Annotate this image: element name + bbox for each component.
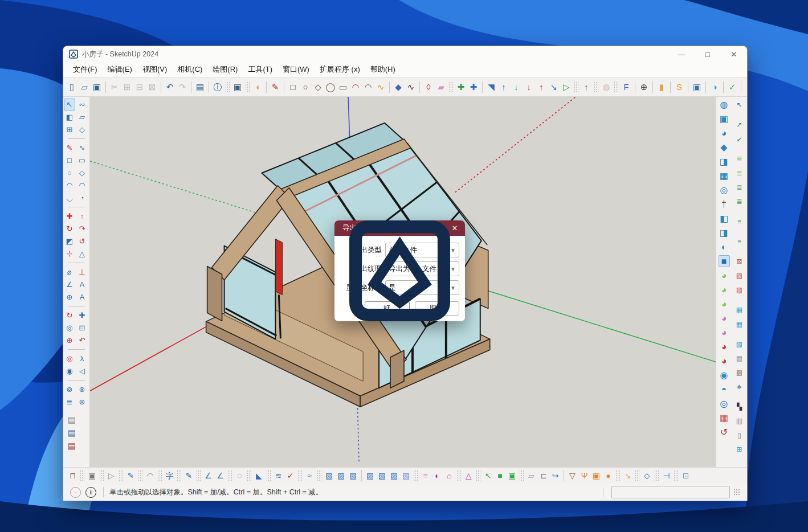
scale-icon[interactable]: ◩ (64, 235, 75, 247)
wall-tool-2-icon[interactable]: ▤ (66, 427, 77, 439)
push-pull-icon[interactable]: ◥ (485, 81, 497, 93)
sphere-green-3-icon[interactable]: ◕ (719, 298, 730, 310)
edge-box-icon[interactable]: ⊡ (680, 470, 692, 482)
scale-diagonal-icon[interactable]: ↘ (548, 81, 560, 93)
slash-4-icon[interactable]: ▧ (400, 470, 412, 482)
maximize-button[interactable]: □ (695, 46, 721, 62)
wall-tool-1-icon[interactable]: ▤ (66, 414, 77, 425)
s-extension-icon[interactable]: S (673, 81, 685, 93)
cut-icon[interactable]: ✂ (108, 81, 121, 93)
clamp-icon[interactable]: ⊣ (660, 470, 672, 482)
lasso-icon[interactable]: ∾ (76, 99, 88, 111)
arc-icon[interactable]: ◠ (64, 179, 75, 191)
dimension-icon[interactable]: ⊥ (76, 266, 88, 278)
copy-move-icon[interactable]: ✚ (467, 81, 480, 93)
grid-cube-icon[interactable]: ▦ (719, 170, 730, 182)
fredo-tool-icon[interactable]: F (620, 81, 632, 93)
x-grid-icon[interactable]: ▧ (734, 269, 745, 281)
position-camera-icon[interactable]: ◎ (64, 353, 75, 365)
freehand-icon[interactable]: ∿ (374, 81, 387, 93)
follow-me-icon[interactable]: ↷ (76, 223, 88, 235)
rail-2-icon[interactable]: ≡ (734, 235, 745, 247)
offset-icon[interactable]: ▷ (560, 81, 573, 93)
orange-box-icon[interactable]: ▣ (590, 470, 602, 482)
green-frame-icon[interactable]: ▣ (506, 470, 518, 482)
minimize-button[interactable]: — (668, 46, 695, 62)
select-face-icon[interactable]: ◖ (251, 81, 264, 93)
polygon-icon[interactable]: ◇ (312, 81, 324, 93)
checker-icon[interactable]: ▚ (734, 400, 745, 412)
previous-view-icon[interactable]: ↶ (76, 334, 88, 346)
cube-export-icon[interactable]: ◨ (719, 155, 730, 167)
follow-me-icon[interactable]: ↑ (580, 81, 593, 93)
clipboard-vu-icon[interactable]: ▯ (734, 429, 745, 441)
check-point-icon[interactable]: ✓ (284, 470, 296, 482)
push-pull-icon[interactable]: ↑ (76, 210, 88, 222)
polygon-icon[interactable]: ◇ (76, 167, 88, 179)
eraser-edge-icon[interactable]: ◊ (422, 81, 435, 93)
grid-blue-1-icon[interactable]: ▦ (734, 304, 745, 316)
offset-icon[interactable]: ↺ (76, 235, 88, 247)
quad-panel-icon[interactable]: ◧ (719, 212, 730, 224)
green-check-tool-icon[interactable]: ✓ (726, 81, 738, 93)
blue-cube-icon[interactable]: ■ (719, 255, 730, 267)
look-around-icon[interactable]: ◉ (64, 365, 75, 377)
zoom-icon[interactable]: ◎ (64, 322, 75, 334)
rectangle-icon[interactable]: □ (64, 154, 75, 166)
mirror-disc-icon[interactable]: ◐ (431, 470, 443, 482)
rotate-icon[interactable]: ↻ (64, 223, 75, 235)
flip-icon[interactable]: △ (76, 248, 88, 260)
x-frame-icon[interactable]: ⊠ (734, 255, 745, 267)
cursor-circle-icon[interactable]: ◉ (719, 369, 730, 381)
redo-icon[interactable]: ↷ (176, 81, 189, 93)
text-icon[interactable]: A (76, 279, 88, 290)
surface-arc-icon[interactable]: ◠ (144, 470, 156, 482)
yellow-arrow-icon[interactable]: ↘ (622, 470, 634, 482)
layers-pink-icon[interactable]: ≡ (419, 470, 431, 482)
soften-edges-icon[interactable]: ◍ (600, 81, 613, 93)
two-point-arc-icon[interactable]: ◠ (76, 179, 88, 191)
grid-blue-2-icon[interactable]: ▦ (734, 318, 745, 330)
protractor-icon[interactable]: ∠ (64, 279, 75, 290)
angle-tool-1-icon[interactable]: ∠ (202, 470, 214, 482)
half-sphere-icon[interactable]: ◓ (719, 383, 730, 395)
eraser-icon[interactable]: ▱ (76, 111, 88, 123)
undo-icon[interactable]: ↶ (164, 81, 176, 93)
profile-1-icon[interactable]: ≣ (734, 153, 745, 165)
zigzag-1-icon[interactable]: ▧ (323, 470, 335, 482)
sword-tool-icon[interactable]: † (719, 198, 730, 210)
tag-icon[interactable]: ◇ (76, 124, 88, 136)
arrow-up-blue-icon[interactable]: ↑ (497, 81, 510, 93)
move-icon[interactable]: ✚ (455, 81, 467, 93)
rail-1-icon[interactable]: ≡ (734, 215, 745, 227)
molecule-tool-icon[interactable]: ⊙ (744, 81, 747, 93)
scale-up-icon[interactable]: ↗ (734, 118, 745, 130)
arrow-down-green-icon[interactable]: ↓ (510, 81, 523, 93)
grid-small-icon[interactable]: ▦ (734, 352, 745, 364)
menu-file[interactable]: 文件(F) (68, 63, 103, 76)
sphere-green-1-icon[interactable]: ◕ (719, 269, 730, 281)
sphere-pink-2-icon[interactable]: ◕ (719, 326, 730, 338)
circle-points-icon[interactable]: ◌ (234, 470, 246, 482)
orbit-icon[interactable]: ↻ (64, 309, 75, 321)
zoom-window-icon[interactable]: ⊡ (76, 322, 88, 334)
pan-icon[interactable]: ✚ (76, 309, 88, 321)
ramp-icon[interactable]: ▱ (525, 470, 537, 482)
angle-tool-2-icon[interactable]: ∠ (214, 470, 226, 482)
layers-tool-icon[interactable]: ≣ (64, 396, 75, 408)
rectangle-icon[interactable]: □ (287, 81, 299, 93)
sphere-red-2-icon[interactable]: ◕ (719, 355, 730, 367)
text-zh-icon[interactable]: 字 (164, 470, 176, 482)
cube-tool-icon[interactable]: ▣ (719, 113, 730, 125)
mirror-triangles-icon[interactable]: △ (463, 470, 475, 482)
axes-tool-icon[interactable]: ⊕ (64, 291, 75, 303)
save-icon[interactable]: ▣ (91, 81, 103, 93)
broom-icon[interactable]: ≋ (272, 470, 284, 482)
sketch-curve-icon[interactable]: ∿ (405, 81, 417, 93)
tree-icon-icon[interactable]: ♣ (734, 380, 745, 392)
slash-2-icon[interactable]: ▧ (376, 470, 388, 482)
menu-tools[interactable]: 工具(T) (243, 63, 278, 76)
match-photo-icon[interactable]: ⊗ (76, 383, 88, 395)
print-icon[interactable]: ▤ (194, 81, 206, 93)
pen-blue-icon[interactable]: ✎ (183, 470, 195, 482)
